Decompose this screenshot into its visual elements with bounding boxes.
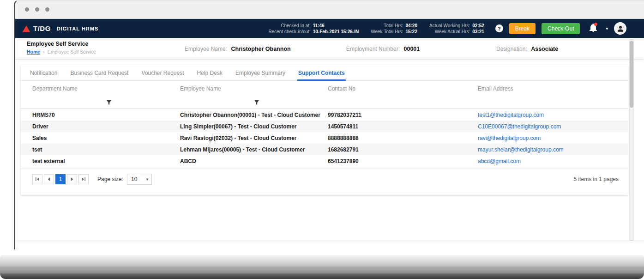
pager-next-button[interactable] <box>67 174 77 184</box>
laptop-base <box>0 255 644 279</box>
cell-email-link[interactable]: C10E00067@thedigitalgroup.com <box>478 123 628 130</box>
content-card: Notification Business Card Request Vouch… <box>21 65 628 195</box>
table-header-row: Department Name Employee Name Contact No… <box>21 81 628 97</box>
page-subheader: Employee Self Service Home › Employee Se… <box>15 38 644 59</box>
pager-summary: 5 items in 1 pages <box>574 176 619 182</box>
page-title: Employee Self Service <box>27 41 96 47</box>
employment-number-value: 00001 <box>404 46 420 52</box>
breadcrumb: Home › Employee Self Service <box>27 49 96 55</box>
browser-window: T/DG DIGITAL HRMS Checked In at: 11:46 R… <box>14 0 644 249</box>
time-stats: Checked In at: 11:46 Recent check-in/out… <box>269 23 484 34</box>
brand-logo: T/DG DIGITAL HRMS <box>23 24 98 32</box>
designation-value: Associate <box>531 46 558 52</box>
breadcrumb-current: Employee Self Service <box>48 49 96 55</box>
employment-number-field: Employment Number: 00001 <box>346 44 420 53</box>
cell-email-link[interactable]: abcd@gmail.com <box>478 158 628 164</box>
cell-contact: 6541237890 <box>328 158 478 164</box>
pagination-bar: 1 Page size: 10 ▼ 5 items in 1 pages <box>21 169 628 185</box>
employee-name-label: Employee Name: <box>185 46 227 52</box>
chevron-down-icon[interactable]: ▾ <box>606 26 608 31</box>
notification-bell-icon[interactable] <box>590 24 597 34</box>
table-filter-row <box>21 97 628 109</box>
vertical-scrollbar[interactable] <box>629 39 634 241</box>
stat-value: 04:20 <box>405 23 417 28</box>
window-control-dot[interactable] <box>35 7 39 12</box>
stat-value: 03:21 <box>472 29 484 34</box>
table-row: HRMS70 Christopher Obannon(00001) - Test… <box>21 109 628 121</box>
help-icon[interactable]: ? <box>495 24 503 32</box>
stat-label: Actual Working Hrs: <box>429 23 470 28</box>
stat-label: Checked In at: <box>269 23 311 28</box>
cell-department: test external <box>32 158 180 164</box>
header-actions: ? Break Check-Out ▾ <box>495 22 626 35</box>
tab-business-card-request[interactable]: Business Card Request <box>70 65 128 80</box>
logo-text: T/DG <box>33 24 51 32</box>
page-bottom-divider <box>15 241 644 241</box>
laptop-base-lip <box>0 273 644 279</box>
window-control-dot[interactable] <box>25 7 29 12</box>
laptop-hinge <box>0 255 644 267</box>
cell-email-link[interactable]: test1@thedigitalgroup.com <box>478 112 628 118</box>
pager-prev-button[interactable] <box>44 174 54 184</box>
window-control-dot[interactable] <box>45 7 49 12</box>
tab-help-desk[interactable]: Help Desk <box>197 65 223 80</box>
scrollbar-thumb[interactable] <box>630 41 633 108</box>
break-button[interactable]: Break <box>509 23 536 34</box>
cell-department: tset <box>32 146 180 153</box>
employment-number-label: Employment Number: <box>346 46 400 52</box>
tab-voucher-request[interactable]: Voucher Request <box>141 65 184 80</box>
table-row: Driver Ling Simpler(00067) - Test - Clou… <box>21 121 628 132</box>
cell-employee: ABCD <box>180 158 328 164</box>
stat-label: Total Hrs: <box>371 23 403 28</box>
employee-name-field: Employee Name: Christopher Obannon <box>185 44 291 53</box>
cell-email-link[interactable]: mayur.shelar@thedigitalgroup.com <box>478 146 628 153</box>
stat-label: Recent check-in/out: <box>269 29 311 34</box>
filter-funnel-icon[interactable] <box>106 100 180 105</box>
window-titlebar <box>15 0 644 19</box>
page-size-dropdown[interactable]: 10 ▼ <box>127 174 152 185</box>
stat-label: Week Total Hrs: <box>371 29 403 34</box>
tab-bar: Notification Business Card Request Vouch… <box>21 65 628 81</box>
page-title-block: Employee Self Service Home › Employee Se… <box>27 41 96 55</box>
designation-label: Designation: <box>496 46 527 52</box>
column-header-employee: Employee Name <box>180 85 328 92</box>
column-header-contact: Contact No <box>328 85 478 92</box>
breadcrumb-home-link[interactable]: Home <box>27 49 40 55</box>
page-size-value: 10 <box>127 176 143 182</box>
cell-employee: Lehman Mijares(00005) - Test - Cloud Cus… <box>180 146 328 153</box>
employee-name-value: Christopher Obannon <box>231 46 291 52</box>
cell-contact: 99782037211 <box>328 112 478 118</box>
cell-contact: 1682682791 <box>328 146 478 153</box>
app-name: DIGITAL HRMS <box>57 26 98 31</box>
table-row: test external ABCD 6541237890 abcd@gmail… <box>21 155 628 167</box>
check-out-button[interactable]: Check-Out <box>542 23 580 34</box>
cell-department: Sales <box>32 135 180 141</box>
pager-page-button[interactable]: 1 <box>55 174 66 184</box>
stat-label: Week Actual Hrs: <box>429 29 470 34</box>
filter-funnel-icon[interactable] <box>254 100 328 105</box>
stat-group-checkin: Checked In at: 11:46 Recent check-in/out… <box>269 23 359 34</box>
cell-email-link[interactable]: ravi@thedigitalgroup.com <box>478 135 628 141</box>
column-header-email: Email Address <box>478 85 628 92</box>
breadcrumb-separator: › <box>43 49 45 55</box>
stat-group-total-hrs: Total Hrs: 04:20 Week Total Hrs: 15:22 <box>371 23 417 34</box>
page-body: Notification Business Card Request Vouch… <box>15 59 644 195</box>
tdg-logo-icon <box>23 25 30 32</box>
stat-value: 15:22 <box>405 29 417 34</box>
tab-support-contacts[interactable]: Support Contacts <box>298 65 345 80</box>
app-header: T/DG DIGITAL HRMS Checked In at: 11:46 R… <box>15 19 644 38</box>
person-icon <box>616 24 625 33</box>
tab-notification[interactable]: Notification <box>30 65 57 80</box>
cell-contact: 1450574811 <box>328 123 478 130</box>
laptop-base-body <box>0 267 644 273</box>
pager-first-button[interactable] <box>32 174 42 184</box>
cell-employee: Ling Simpler(00067) - Test - Cloud Custo… <box>180 123 328 130</box>
page-size-label: Page size: <box>97 176 123 182</box>
tab-employee-summary[interactable]: Employee Summary <box>235 65 285 80</box>
stat-value: 02:52 <box>472 23 484 28</box>
pager-last-button[interactable] <box>78 174 89 184</box>
stat-value: 11:46 <box>313 23 359 28</box>
user-avatar[interactable] <box>614 22 626 35</box>
cell-employee: Christopher Obannon(00001) - Test - Clou… <box>180 112 328 118</box>
designation-field: Designation: Associate <box>496 44 558 53</box>
